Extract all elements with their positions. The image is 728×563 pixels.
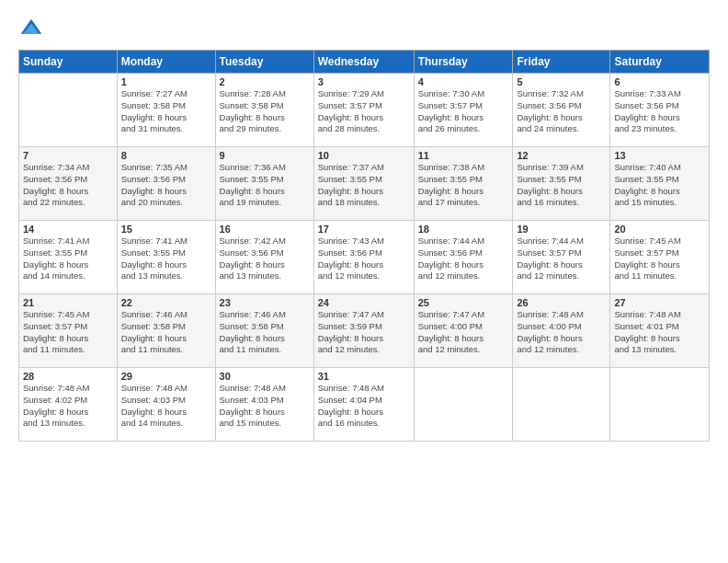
day-number: 1 [121, 76, 211, 87]
day-info: Sunrise: 7:48 AMSunset: 4:03 PMDaylight:… [220, 383, 310, 430]
day-number: 25 [418, 297, 509, 308]
calendar-cell: 5Sunrise: 7:32 AMSunset: 3:56 PMDaylight… [513, 74, 610, 147]
weekday-header-monday: Monday [117, 51, 215, 74]
logo [18, 17, 48, 42]
day-number: 6 [614, 76, 705, 87]
day-number: 31 [318, 371, 410, 382]
calendar-cell: 10Sunrise: 7:37 AMSunset: 3:55 PMDayligh… [313, 147, 414, 221]
calendar-cell: 7Sunrise: 7:34 AMSunset: 3:56 PMDaylight… [19, 147, 118, 221]
week-row-4: 21Sunrise: 7:45 AMSunset: 3:57 PMDayligh… [19, 294, 710, 368]
day-number: 3 [318, 76, 410, 87]
day-info: Sunrise: 7:37 AMSunset: 3:55 PMDaylight:… [318, 162, 410, 209]
day-number: 4 [418, 76, 509, 87]
calendar-cell: 22Sunrise: 7:46 AMSunset: 3:58 PMDayligh… [117, 294, 215, 368]
weekday-header-tuesday: Tuesday [215, 51, 313, 74]
day-info: Sunrise: 7:29 AMSunset: 3:57 PMDaylight:… [318, 88, 410, 135]
calendar-cell: 15Sunrise: 7:41 AMSunset: 3:55 PMDayligh… [117, 221, 215, 294]
calendar-cell: 19Sunrise: 7:44 AMSunset: 3:57 PMDayligh… [513, 221, 610, 294]
calendar-cell: 26Sunrise: 7:48 AMSunset: 4:00 PMDayligh… [513, 294, 610, 368]
day-info: Sunrise: 7:39 AMSunset: 3:55 PMDaylight:… [517, 162, 606, 209]
calendar-cell: 2Sunrise: 7:28 AMSunset: 3:58 PMDaylight… [215, 74, 313, 147]
weekday-header-row: SundayMondayTuesdayWednesdayThursdayFrid… [19, 51, 710, 74]
day-info: Sunrise: 7:36 AMSunset: 3:55 PMDaylight:… [220, 162, 310, 209]
day-info: Sunrise: 7:42 AMSunset: 3:56 PMDaylight:… [220, 236, 310, 282]
day-info: Sunrise: 7:44 AMSunset: 3:56 PMDaylight:… [418, 236, 509, 282]
day-number: 19 [517, 224, 606, 235]
calendar-cell: 21Sunrise: 7:45 AMSunset: 3:57 PMDayligh… [19, 294, 118, 368]
calendar-cell: 13Sunrise: 7:40 AMSunset: 3:55 PMDayligh… [610, 147, 710, 221]
logo-icon [18, 17, 44, 42]
calendar-cell [513, 368, 610, 442]
day-number: 18 [418, 224, 509, 235]
weekday-header-wednesday: Wednesday [313, 51, 414, 74]
day-info: Sunrise: 7:48 AMSunset: 4:04 PMDaylight:… [318, 383, 410, 430]
day-info: Sunrise: 7:28 AMSunset: 3:58 PMDaylight:… [220, 88, 310, 135]
week-row-5: 28Sunrise: 7:48 AMSunset: 4:02 PMDayligh… [19, 368, 710, 442]
calendar-cell: 31Sunrise: 7:48 AMSunset: 4:04 PMDayligh… [313, 368, 414, 442]
day-info: Sunrise: 7:41 AMSunset: 3:55 PMDaylight:… [121, 236, 211, 282]
calendar-cell: 4Sunrise: 7:30 AMSunset: 3:57 PMDaylight… [414, 74, 513, 147]
calendar-cell [610, 368, 710, 442]
day-number: 10 [318, 150, 410, 161]
day-info: Sunrise: 7:48 AMSunset: 4:01 PMDaylight:… [614, 309, 705, 356]
day-number: 24 [318, 297, 410, 308]
day-number: 20 [614, 224, 705, 235]
calendar-cell: 8Sunrise: 7:35 AMSunset: 3:56 PMDaylight… [117, 147, 215, 221]
day-number: 28 [23, 371, 113, 382]
day-number: 23 [220, 297, 310, 308]
calendar-cell [19, 74, 118, 147]
calendar-cell: 9Sunrise: 7:36 AMSunset: 3:55 PMDaylight… [215, 147, 313, 221]
day-info: Sunrise: 7:46 AMSunset: 3:58 PMDaylight:… [121, 309, 211, 356]
weekday-header-sunday: Sunday [19, 51, 118, 74]
calendar: SundayMondayTuesdayWednesdayThursdayFrid… [18, 50, 710, 442]
day-info: Sunrise: 7:45 AMSunset: 3:57 PMDaylight:… [23, 309, 113, 356]
calendar-cell: 11Sunrise: 7:38 AMSunset: 3:55 PMDayligh… [414, 147, 513, 221]
day-info: Sunrise: 7:30 AMSunset: 3:57 PMDaylight:… [418, 88, 509, 135]
day-info: Sunrise: 7:35 AMSunset: 3:56 PMDaylight:… [121, 162, 211, 209]
day-info: Sunrise: 7:44 AMSunset: 3:57 PMDaylight:… [517, 236, 606, 282]
day-number: 7 [23, 150, 113, 161]
calendar-cell: 18Sunrise: 7:44 AMSunset: 3:56 PMDayligh… [414, 221, 513, 294]
day-info: Sunrise: 7:33 AMSunset: 3:56 PMDaylight:… [614, 88, 705, 135]
calendar-cell: 25Sunrise: 7:47 AMSunset: 4:00 PMDayligh… [414, 294, 513, 368]
day-number: 30 [220, 371, 310, 382]
week-row-2: 7Sunrise: 7:34 AMSunset: 3:56 PMDaylight… [19, 147, 710, 221]
calendar-cell: 14Sunrise: 7:41 AMSunset: 3:55 PMDayligh… [19, 221, 118, 294]
day-number: 11 [418, 150, 509, 161]
day-number: 8 [121, 150, 211, 161]
day-number: 9 [220, 150, 310, 161]
calendar-cell: 29Sunrise: 7:48 AMSunset: 4:03 PMDayligh… [117, 368, 215, 442]
day-number: 12 [517, 150, 606, 161]
day-number: 17 [318, 224, 410, 235]
calendar-cell: 17Sunrise: 7:43 AMSunset: 3:56 PMDayligh… [313, 221, 414, 294]
day-number: 13 [614, 150, 705, 161]
day-info: Sunrise: 7:43 AMSunset: 3:56 PMDaylight:… [318, 236, 410, 282]
day-info: Sunrise: 7:34 AMSunset: 3:56 PMDaylight:… [23, 162, 113, 209]
weekday-header-saturday: Saturday [610, 51, 710, 74]
day-info: Sunrise: 7:40 AMSunset: 3:55 PMDaylight:… [614, 162, 705, 209]
calendar-cell: 27Sunrise: 7:48 AMSunset: 4:01 PMDayligh… [610, 294, 710, 368]
day-info: Sunrise: 7:45 AMSunset: 3:57 PMDaylight:… [614, 236, 705, 282]
week-row-3: 14Sunrise: 7:41 AMSunset: 3:55 PMDayligh… [19, 221, 710, 294]
weekday-header-thursday: Thursday [414, 51, 513, 74]
calendar-cell: 12Sunrise: 7:39 AMSunset: 3:55 PMDayligh… [513, 147, 610, 221]
calendar-cell: 16Sunrise: 7:42 AMSunset: 3:56 PMDayligh… [215, 221, 313, 294]
calendar-cell: 24Sunrise: 7:47 AMSunset: 3:59 PMDayligh… [313, 294, 414, 368]
calendar-cell: 28Sunrise: 7:48 AMSunset: 4:02 PMDayligh… [19, 368, 118, 442]
day-info: Sunrise: 7:48 AMSunset: 4:00 PMDaylight:… [517, 309, 606, 356]
day-number: 22 [121, 297, 211, 308]
calendar-cell: 6Sunrise: 7:33 AMSunset: 3:56 PMDaylight… [610, 74, 710, 147]
calendar-cell: 3Sunrise: 7:29 AMSunset: 3:57 PMDaylight… [313, 74, 414, 147]
day-info: Sunrise: 7:27 AMSunset: 3:58 PMDaylight:… [121, 88, 211, 135]
calendar-cell: 1Sunrise: 7:27 AMSunset: 3:58 PMDaylight… [117, 74, 215, 147]
day-number: 2 [220, 76, 310, 87]
day-info: Sunrise: 7:46 AMSunset: 3:58 PMDaylight:… [220, 309, 310, 356]
day-number: 14 [23, 224, 113, 235]
week-row-1: 1Sunrise: 7:27 AMSunset: 3:58 PMDaylight… [19, 74, 710, 147]
calendar-cell [414, 368, 513, 442]
day-info: Sunrise: 7:38 AMSunset: 3:55 PMDaylight:… [418, 162, 509, 209]
day-info: Sunrise: 7:48 AMSunset: 4:03 PMDaylight:… [121, 383, 211, 430]
calendar-cell: 30Sunrise: 7:48 AMSunset: 4:03 PMDayligh… [215, 368, 313, 442]
day-info: Sunrise: 7:47 AMSunset: 4:00 PMDaylight:… [418, 309, 509, 356]
day-number: 16 [220, 224, 310, 235]
